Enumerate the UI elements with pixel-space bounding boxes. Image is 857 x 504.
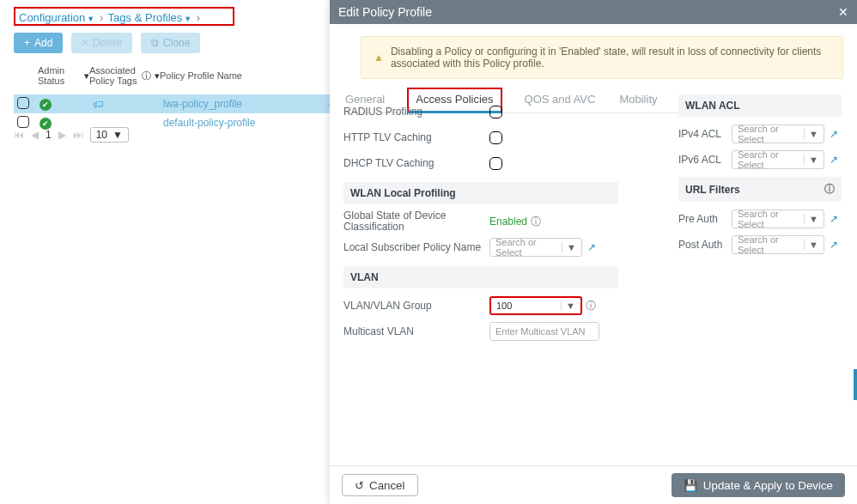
modal-title-bar: Edit Policy Profile ✕: [330, 0, 857, 24]
toolbar: +Add ×Delete ⧉Clone: [14, 33, 200, 53]
warning-alert: ▲ Disabling a Policy or configuring it i…: [361, 36, 843, 79]
profile-name[interactable]: lwa-policy_profile: [163, 98, 326, 110]
dhcp-tlv-checkbox[interactable]: [489, 157, 502, 170]
pager: ⏮ ◀ 1 ▶ ⏭ 10▼: [14, 127, 129, 143]
label-multicast-vlan: Multicast VLAN: [343, 325, 489, 337]
chevron-down-icon: ▼: [804, 155, 818, 165]
copy-icon: ⧉: [151, 37, 159, 49]
pager-current: 1: [46, 129, 52, 141]
status-enabled-icon: ✔: [40, 99, 52, 111]
label-lspn: Local Subscriber Policy Name: [343, 241, 489, 253]
breadcrumb-sep: ›: [197, 11, 200, 24]
info-icon[interactable]: ⓘ: [142, 70, 151, 82]
chevron-down-icon: ▼: [112, 129, 123, 141]
breadcrumb-tags-profiles[interactable]: Tags & Profiles: [108, 11, 183, 24]
delete-button[interactable]: ×Delete: [71, 33, 132, 53]
col-name[interactable]: Policy Profile Name: [160, 70, 242, 81]
label-ipv4-acl: IPv4 ACL: [678, 128, 732, 140]
external-link-icon[interactable]: ↗: [830, 154, 838, 166]
info-icon[interactable]: ⓘ: [824, 182, 835, 197]
label-dhcp-tlv: DHCP TLV Caching: [343, 157, 489, 169]
post-auth-select[interactable]: Search or Select▼: [732, 235, 824, 254]
multicast-vlan-input[interactable]: Enter Multicast VLAN: [489, 322, 599, 341]
label-http-tlv: HTTP TLV Caching: [343, 131, 489, 143]
chevron-down-icon: ▼: [87, 15, 94, 23]
external-link-icon[interactable]: ↗: [830, 128, 838, 140]
cancel-button[interactable]: ↺Cancel: [342, 474, 418, 496]
side-handle[interactable]: [854, 369, 857, 400]
close-icon[interactable]: ✕: [838, 5, 848, 19]
info-icon[interactable]: ⓘ: [531, 215, 541, 229]
external-link-icon[interactable]: ↗: [830, 213, 838, 225]
page-size-select[interactable]: 10▼: [90, 127, 129, 143]
chevron-down-icon: ▼: [804, 214, 818, 224]
global-state-value: Enabled: [489, 216, 527, 228]
label-vlan-group: VLAN/VLAN Group: [343, 300, 489, 312]
section-vlan: VLAN: [343, 266, 618, 288]
form-right-column: WLAN ACL IPv4 ACL Search or Select▼ ↗ IP…: [678, 94, 842, 262]
x-icon: ×: [82, 37, 88, 49]
http-tlv-checkbox[interactable]: [489, 131, 502, 144]
section-wlan-local-profiling: WLAN Local Profiling: [343, 182, 618, 204]
chevron-down-icon: ▼: [184, 15, 191, 23]
vlan-group-select[interactable]: 100▼: [489, 296, 582, 315]
section-wlan-acl: WLAN ACL: [678, 94, 842, 117]
pager-next[interactable]: ▶: [58, 129, 66, 141]
label-pre-auth: Pre Auth: [678, 213, 732, 225]
alert-text: Disabling a Policy or configuring it in …: [391, 46, 830, 70]
pager-last[interactable]: ⏭: [73, 129, 83, 141]
chevron-down-icon: ▼: [562, 242, 576, 252]
modal-title: Edit Policy Profile: [338, 5, 432, 19]
chevron-down-icon: ▼: [804, 129, 818, 139]
label-global-state: Global State of Device Classification: [343, 210, 489, 233]
external-link-icon[interactable]: ↗: [587, 241, 596, 253]
ipv4-acl-select[interactable]: Search or Select▼: [732, 124, 824, 143]
breadcrumb-sep: ›: [100, 11, 103, 24]
pre-auth-select[interactable]: Search or Select▼: [732, 209, 824, 228]
pager-prev[interactable]: ◀: [31, 129, 39, 141]
external-link-icon[interactable]: ↗: [830, 239, 838, 251]
label-post-auth: Post Auth: [678, 239, 732, 251]
profile-name[interactable]: default-policy-profile: [163, 117, 336, 129]
edit-policy-modal: Edit Policy Profile ✕ ▲ Disabling a Poli…: [330, 0, 857, 504]
form-left-column: RADIUS Profiling HTTP TLV Caching DHCP T…: [343, 94, 618, 349]
save-icon: 💾: [684, 479, 698, 492]
warning-icon: ▲: [374, 52, 384, 64]
clone-button[interactable]: ⧉Clone: [141, 33, 200, 53]
breadcrumb: Configuration▼ › Tags & Profiles▼ › Poli…: [14, 7, 234, 26]
chevron-down-icon: ▼: [561, 301, 575, 311]
pager-first[interactable]: ⏮: [14, 129, 24, 141]
plus-icon: +: [24, 37, 30, 49]
lspn-select[interactable]: Search or Select▼: [489, 238, 582, 257]
apply-button[interactable]: 💾Update & Apply to Device: [672, 473, 845, 497]
undo-icon: ↺: [355, 479, 364, 492]
col-status[interactable]: Admin Status: [38, 65, 81, 86]
table-row[interactable]: ✔ 🏷 lwa-policy_profile ◂: [14, 94, 336, 113]
info-icon[interactable]: ⓘ: [586, 299, 596, 313]
label-radius-profiling: RADIUS Profiling: [343, 106, 489, 118]
radius-profiling-checkbox[interactable]: [489, 106, 502, 118]
form-body: RADIUS Profiling HTTP TLV Caching DHCP T…: [343, 94, 843, 465]
checkbox[interactable]: [17, 116, 29, 128]
add-button[interactable]: +Add: [14, 33, 63, 53]
policy-list-panel: Configuration▼ › Tags & Profiles▼ › Poli…: [0, 0, 343, 504]
chevron-down-icon: ▼: [804, 240, 818, 250]
checkbox[interactable]: [17, 97, 29, 109]
grid-header: Admin Status▾ Associated Policy Tagsⓘ▾ P…: [14, 62, 336, 94]
modal-footer: ↺Cancel 💾Update & Apply to Device: [330, 465, 857, 504]
breadcrumb-configuration[interactable]: Configuration: [19, 11, 85, 24]
policy-grid: Admin Status▾ Associated Policy Tagsⓘ▾ P…: [14, 62, 336, 132]
tag-icon[interactable]: 🏷: [93, 98, 104, 111]
col-tags[interactable]: Associated Policy Tags: [89, 65, 138, 86]
section-url-filters: URL Filtersⓘ: [678, 177, 842, 202]
label-ipv6-acl: IPv6 ACL: [678, 154, 732, 166]
ipv6-acl-select[interactable]: Search or Select▼: [732, 150, 824, 169]
